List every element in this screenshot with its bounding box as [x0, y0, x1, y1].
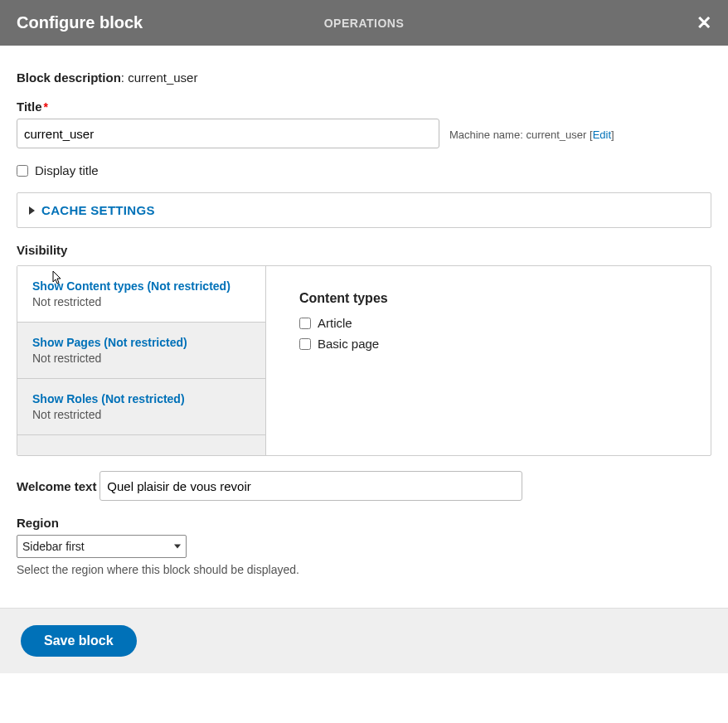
dialog-title: Configure block — [17, 13, 143, 32]
content-type-article-checkbox[interactable] — [299, 318, 311, 329]
content-type-basic-page-label: Basic page — [318, 337, 379, 351]
visibility-tabs: Show Content types (Not restricted) Not … — [17, 266, 266, 455]
region-help-text: Select the region where this block shoul… — [17, 563, 711, 576]
dialog-header: Configure block OPERATIONS ✕ — [0, 0, 728, 46]
dialog-content: Block description: current_user Title* M… — [0, 46, 728, 608]
triangle-right-icon — [29, 206, 35, 215]
block-description-value: current_user — [128, 70, 197, 85]
region-label: Region — [17, 516, 59, 530]
region-select[interactable]: Sidebar first — [17, 535, 187, 558]
tab-roles[interactable]: Show Roles (Not restricted) Not restrict… — [17, 379, 265, 435]
cache-settings-section: CACHE SETTINGS — [17, 192, 711, 228]
operations-label: OPERATIONS — [324, 17, 405, 30]
visibility-section: Visibility Show Content types (Not restr… — [17, 243, 711, 456]
close-icon[interactable]: ✕ — [696, 12, 711, 34]
display-title-field: Display title — [17, 163, 711, 177]
dialog-footer: Save block — [0, 608, 728, 673]
block-description-label: Block description — [17, 70, 121, 85]
title-field-group: Title* Machine name: current_user [Edit] — [17, 99, 711, 148]
tab-content-panel: Content types Article Basic page — [266, 266, 711, 455]
tab-content-types[interactable]: Show Content types (Not restricted) Not … — [17, 266, 265, 323]
welcome-text-field-group: Welcome text — [17, 471, 711, 501]
cache-settings-label: CACHE SETTINGS — [41, 203, 155, 217]
visibility-label: Visibility — [17, 243, 67, 257]
display-title-label: Display title — [35, 163, 99, 177]
title-input[interactable] — [17, 119, 439, 148]
welcome-text-input[interactable] — [99, 471, 522, 501]
content-type-basic-page-checkbox[interactable] — [299, 338, 311, 350]
welcome-text-label: Welcome text — [17, 479, 96, 493]
block-description: Block description: current_user — [17, 70, 711, 85]
region-field-group: Region Sidebar first Select the region w… — [17, 516, 711, 576]
cache-settings-toggle[interactable]: CACHE SETTINGS — [17, 192, 711, 228]
required-indicator: * — [44, 100, 48, 114]
content-type-article-label: Article — [318, 316, 352, 330]
tab-pages[interactable]: Show Pages (Not restricted) Not restrict… — [17, 323, 265, 379]
machine-name-text: Machine name: current_user [Edit] — [449, 129, 614, 141]
title-label: Title — [17, 99, 42, 114]
save-button[interactable]: Save block — [21, 625, 137, 657]
content-types-heading: Content types — [299, 291, 677, 306]
display-title-checkbox[interactable] — [17, 165, 28, 177]
edit-machine-name-link[interactable]: Edit — [593, 129, 611, 141]
